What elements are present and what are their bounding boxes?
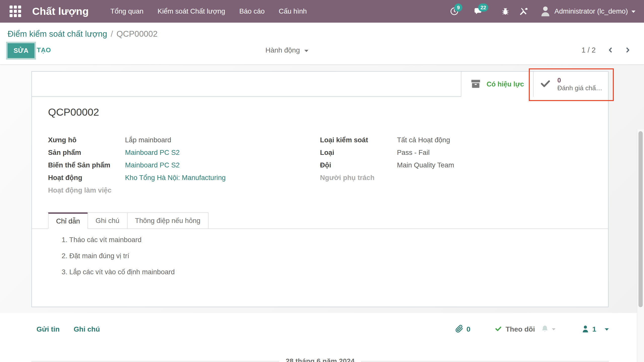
field-value-link[interactable]: Kho Tổng Hà Nội: Manufacturing xyxy=(125,174,226,181)
attachments-count: 0 xyxy=(466,325,470,333)
field-value-link[interactable]: Mainboard PC S2 xyxy=(125,149,180,156)
vertical-scrollbar[interactable] xyxy=(637,129,644,362)
chevron-down-icon xyxy=(304,50,308,52)
user-name: Administrator (lc_demo) xyxy=(554,7,628,15)
field-label: Loại xyxy=(320,149,397,156)
tab-bar: Chỉ dẫn Ghi chú Thông điệp nếu hỏng xyxy=(32,212,608,229)
activities-badge: 9 xyxy=(454,4,462,12)
field-label: Sản phẩm xyxy=(48,149,125,156)
field-row-hoat-dong: Hoạt động Kho Tổng Hà Nội: Manufacturing xyxy=(48,174,320,181)
field-label-empty: Người phụ trách xyxy=(320,174,397,181)
control-panel-buttons-row: SỬA TẠO Hành động 1 / 2 xyxy=(0,43,644,59)
tab-ghi-chu[interactable]: Ghi chú xyxy=(88,212,128,229)
field-label-empty: Hoạt động làm việc xyxy=(48,187,125,194)
field-value: Tất cả Hoạt động xyxy=(397,136,450,144)
field-value: Lắp mainboard xyxy=(125,136,171,144)
content-area: Có hiệu lực 0 Đánh giá chấ… xyxy=(0,65,644,362)
field-row-doi: Đội Main Quality Team xyxy=(320,161,590,169)
control-panel: Điểm kiểm soát chất lượng / QCP00002 SỬA… xyxy=(0,23,644,65)
field-row-nguoi-phu-trach: Người phụ trách xyxy=(320,174,590,181)
log-note-button[interactable]: Ghi chú xyxy=(74,325,100,333)
tools-button[interactable] xyxy=(515,0,534,23)
chevron-down-icon xyxy=(631,11,635,13)
follower-person-icon xyxy=(582,325,589,334)
create-button[interactable]: TẠO xyxy=(37,46,51,54)
tab-content-instructions: 1. Tháo các vít mainboard 2. Đặt main đú… xyxy=(32,229,608,276)
breadcrumb: Điểm kiểm soát chất lượng / QCP00002 xyxy=(0,23,644,39)
action-dropdown-label: Hành động xyxy=(265,46,300,54)
edit-button[interactable]: SỬA xyxy=(8,43,34,58)
chevron-down-icon xyxy=(605,328,609,331)
field-label: Loại kiểm soát xyxy=(320,136,397,144)
field-label: Xưng hô xyxy=(48,136,125,144)
pager-next-button[interactable] xyxy=(621,45,634,55)
breadcrumb-separator: / xyxy=(111,29,113,39)
field-row-san-pham: Sản phẩm Mainboard PC S2 xyxy=(48,149,320,156)
user-menu[interactable]: Administrator (lc_demo) xyxy=(540,5,635,18)
pager-previous-button[interactable] xyxy=(604,45,617,55)
pager-count: 1 / 2 xyxy=(582,46,596,54)
quality-checks-label: Đánh giá chấ… xyxy=(557,84,602,92)
quality-checks-count: 0 xyxy=(557,76,561,84)
send-message-button[interactable]: Gửi tin xyxy=(36,325,60,333)
screen: Chất lượng Tổng quan Kiểm soát Chất lượn… xyxy=(0,0,644,362)
app-brand-title[interactable]: Chất lượng xyxy=(32,6,89,17)
notification-bell-button[interactable] xyxy=(541,325,555,334)
followers-button[interactable]: 1 xyxy=(582,325,609,334)
chatter: Gửi tin Ghi chú 0 xyxy=(0,313,644,362)
field-row-loai: Loại Pass - Fail xyxy=(320,149,590,156)
apps-menu-button[interactable] xyxy=(8,4,23,19)
nav-item-bao-cao[interactable]: Báo cáo xyxy=(232,0,272,23)
field-row-bien-the-san-pham: Biến thể Sản phẩm Mainboard PC S2 xyxy=(48,161,320,169)
tab-chi-dan[interactable]: Chỉ dẫn xyxy=(48,212,88,229)
activities-button[interactable]: 9 xyxy=(445,0,469,23)
field-value: Main Quality Team xyxy=(397,161,454,169)
fields-column-right: Loại kiểm soát Tất cả Hoạt động Loại Pas… xyxy=(320,136,590,199)
debug-button[interactable] xyxy=(496,0,515,23)
follow-button[interactable]: Theo dõi xyxy=(495,325,535,333)
top-navbar: Chất lượng Tổng quan Kiểm soát Chất lượn… xyxy=(0,0,644,23)
separator-line xyxy=(361,361,609,361)
chevron-down-icon xyxy=(552,328,555,330)
nav-item-kiem-soat-chat-luong[interactable]: Kiểm soát Chất lượng xyxy=(150,0,232,23)
action-dropdown[interactable]: Hành động xyxy=(265,46,308,54)
check-icon-green xyxy=(495,325,502,333)
chatter-right-tools: 0 Theo dõi xyxy=(455,325,609,334)
messages-badge: 22 xyxy=(478,4,488,12)
apps-grid-icon xyxy=(10,6,21,17)
attachments-button[interactable]: 0 xyxy=(455,325,470,334)
breadcrumb-current: QCP00002 xyxy=(116,29,157,39)
follow-button-label: Theo dõi xyxy=(506,325,535,333)
chatter-date-text: 28 tháng 6 năm 2024 xyxy=(279,357,361,362)
check-icon xyxy=(539,78,552,90)
separator-line xyxy=(31,361,279,361)
nav-item-tong-quan[interactable]: Tổng quan xyxy=(103,0,151,23)
field-value-link[interactable]: Mainboard PC S2 xyxy=(125,161,180,169)
chatter-date-separator: 28 tháng 6 năm 2024 xyxy=(31,357,609,362)
systray: 9 22 xyxy=(445,0,635,23)
quality-checks-stat-button[interactable]: 0 Đánh giá chấ… xyxy=(533,72,608,97)
archive-box-icon xyxy=(470,79,481,89)
archive-status-button[interactable]: Có hiệu lực xyxy=(461,72,533,97)
field-label: Biến thể Sản phẩm xyxy=(48,161,125,169)
scrollbar-thumb[interactable] xyxy=(638,131,643,307)
record-title: QCP00002 xyxy=(48,106,590,118)
pager: 1 / 2 xyxy=(582,45,634,55)
nav-menu: Tổng quan Kiểm soát Chất lượng Báo cáo C… xyxy=(103,0,314,23)
instruction-item: 2. Đặt main đúng vị trí xyxy=(62,252,608,259)
stat-buttons: Có hiệu lực 0 Đánh giá chấ… xyxy=(461,72,608,97)
nav-item-cau-hinh[interactable]: Cấu hình xyxy=(272,0,314,23)
field-label: Đội xyxy=(320,161,397,169)
instruction-item: 1. Tháo các vít mainboard xyxy=(62,236,608,243)
messages-button[interactable]: 22 xyxy=(469,0,496,23)
breadcrumb-parent-link[interactable]: Điểm kiểm soát chất lượng xyxy=(8,29,107,39)
wrench-tools-icon xyxy=(520,7,529,16)
tab-thong-diep-neu-hong[interactable]: Thông điệp nếu hỏng xyxy=(127,212,209,229)
fields-group: Xưng hô Lắp mainboard Sản phẩm Mainboard… xyxy=(48,136,590,199)
quality-checks-stat-text: 0 Đánh giá chấ… xyxy=(557,76,602,92)
bell-icon xyxy=(541,325,549,334)
form-body: QCP00002 Xưng hô Lắp mainboard Sản phẩm … xyxy=(32,97,608,276)
user-avatar xyxy=(540,5,550,18)
field-value: Pass - Fail xyxy=(397,149,430,156)
bug-icon xyxy=(501,7,509,16)
